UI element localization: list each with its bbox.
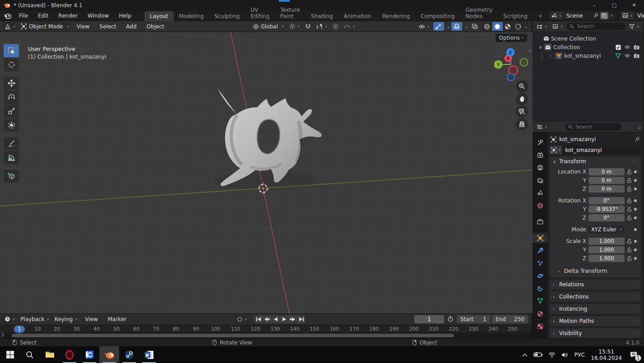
outliner-filter-icon[interactable] [627,22,641,31]
viewport-3d[interactable]: User Perspective (1) Collection | kot_sm… [0,32,533,313]
animate-dot[interactable] [634,179,637,182]
tab-rendering[interactable]: Rendering [377,11,415,21]
scale-z-field[interactable]: 1.000 [588,255,625,262]
lock-icon[interactable] [627,247,632,253]
current-frame-field[interactable]: 1 [414,315,444,323]
animate-dot[interactable] [634,257,637,260]
tab-texture-paint[interactable]: Texture Paint [275,5,306,21]
tab-object-data[interactable] [533,296,547,306]
jump-to-start-button[interactable] [254,315,263,323]
properties-search[interactable] [565,123,621,131]
notification-center-button[interactable]: 1 [628,349,639,360]
viewlayer-browse-button[interactable] [621,12,634,19]
drag-handle-icon[interactable]: :::: [630,332,638,335]
shading-dropdown-caret[interactable] [524,23,529,30]
drag-handle-icon[interactable]: :::: [630,284,638,286]
tab-compositing[interactable]: Compositing [415,11,460,21]
menu-edit[interactable]: Edit [33,13,53,19]
location-y-field[interactable]: 0 m [588,177,625,184]
tab-material[interactable] [533,308,547,319]
battery-icon[interactable] [533,352,542,357]
collection-checkbox[interactable] [616,45,621,50]
lock-icon[interactable] [627,215,632,221]
tab-scripting[interactable]: Scripting [498,11,533,21]
hide-eye-icon[interactable] [624,45,630,49]
editor-type-outliner-icon[interactable] [535,22,549,31]
c-app-button[interactable] [79,346,99,363]
tool-rotate[interactable] [4,91,19,104]
shading-wireframe-button[interactable] [482,22,492,31]
tool-move[interactable] [4,77,19,90]
file-explorer-button[interactable] [40,346,60,363]
scale-x-field[interactable]: 1.000 [588,238,625,245]
tool-transform[interactable] [4,119,19,132]
tab-collection[interactable] [533,216,547,227]
word-button[interactable] [139,346,159,363]
lock-icon[interactable] [627,178,632,183]
menu-render[interactable]: Render [53,13,83,19]
zoom-button[interactable] [516,80,528,92]
tab-texture[interactable] [533,321,547,331]
snap-target-dropdown[interactable] [315,22,329,31]
blender-menu-logo-icon[interactable] [0,13,14,19]
lock-icon[interactable] [627,239,632,244]
rotation-y-field[interactable]: -9.9537° [588,206,625,213]
tab-sculpting[interactable]: Sculpting [209,11,245,21]
menu-view[interactable]: View [73,23,93,30]
shading-material-button[interactable] [503,22,513,31]
editor-type-properties-icon[interactable] [535,123,549,131]
outliner-search-input[interactable] [576,23,622,30]
tab-particles[interactable] [533,258,547,268]
object-name-field[interactable]: kot_smazanyi [562,146,641,154]
menu-object[interactable]: Object [143,23,168,30]
orthographic-toggle-button[interactable] [516,118,528,130]
snap-magnet-icon[interactable] [303,22,313,31]
relations-panel[interactable]: ›Relations:::: [550,280,641,289]
tab-add-workspace[interactable]: + [533,11,548,21]
pan-hand-button[interactable] [516,93,528,105]
play-reverse-button[interactable] [271,315,280,323]
gizmo-axis-y-neg[interactable] [520,59,528,66]
disable-render-camera-icon[interactable] [634,53,639,58]
maximize-button[interactable]: ▢ [604,0,624,10]
outliner-row-object[interactable]: › kot_smazanyi [533,51,643,60]
breadcrumb-object-name[interactable]: kot_smazanyi [559,136,596,142]
drag-handle-icon[interactable]: :::: [630,161,638,163]
editor-type-timeline-icon[interactable] [3,315,17,323]
tab-uv-editing[interactable]: UV Editing [245,5,275,21]
tool-select-box[interactable] [4,44,19,57]
outliner-search[interactable] [566,23,625,30]
tab-modeling[interactable]: Modeling [174,11,209,21]
mode-dropdown[interactable]: Object Mode [19,22,71,31]
hide-eye-icon[interactable] [624,54,630,58]
animate-dot[interactable] [634,208,637,211]
tool-scale[interactable] [4,105,19,118]
frame-start-field[interactable]: Start 1 [457,315,490,323]
scene-copy-button[interactable] [600,12,608,19]
tab-world[interactable] [533,200,547,211]
language-indicator[interactable]: РУС [574,351,585,358]
keying-menu[interactable]: Keying [53,315,79,323]
outliner-display-mode-icon[interactable] [551,22,565,31]
scene-name[interactable]: Scene [565,13,592,19]
blender-taskbar-button[interactable] [99,346,119,363]
proportional-editing-icon[interactable] [331,22,340,31]
shading-solid-button[interactable] [492,22,503,31]
camera-view-button[interactable] [516,106,528,118]
opera-browser-button[interactable] [60,346,79,363]
tab-animation[interactable]: Animation [338,11,377,21]
pin-icon[interactable] [635,137,640,142]
tab-output[interactable] [533,162,547,173]
lock-icon[interactable] [627,207,632,212]
wifi-icon[interactable] [548,352,556,358]
taskbar-clock[interactable]: 15:51 16.04.2024 [591,349,622,361]
properties-search-input[interactable] [575,124,618,130]
rotation-mode-dropdown[interactable]: XYZ Euler [588,226,625,233]
tab-layout[interactable]: Layout [144,11,174,21]
instancing-panel[interactable]: ›Instancing:::: [550,304,641,314]
gizmo-axis-z-neg[interactable] [507,74,514,81]
lock-icon[interactable] [627,186,632,192]
collection-expand-icon[interactable]: ∨ [539,45,542,50]
scroll-chevron-icon[interactable]: ❯ [1,332,5,337]
steam-button[interactable] [119,346,139,363]
